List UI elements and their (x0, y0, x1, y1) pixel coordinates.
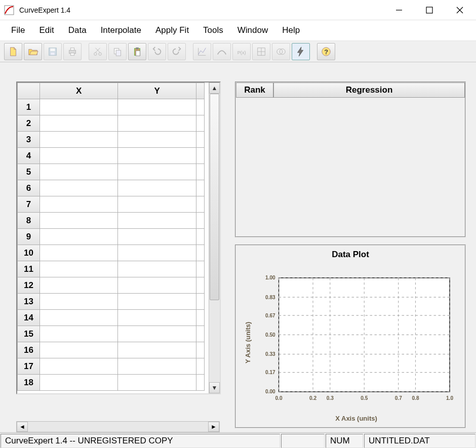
menu-help[interactable]: Help (275, 23, 307, 37)
print-button[interactable] (63, 43, 82, 60)
save-button[interactable] (44, 43, 62, 60)
scroll-right-button[interactable]: ► (208, 422, 219, 432)
scroll-down-button[interactable]: ▼ (209, 382, 220, 393)
row-header[interactable]: 11 (18, 261, 40, 277)
cell[interactable] (118, 164, 196, 180)
cell[interactable] (118, 115, 196, 132)
cell[interactable] (118, 310, 196, 326)
grid-button[interactable] (252, 43, 270, 60)
copy-button[interactable] (108, 43, 127, 60)
horizontal-scrollbar[interactable]: ◄ ► (16, 421, 220, 432)
row-header[interactable]: 3 (18, 132, 40, 148)
cell[interactable] (118, 294, 196, 310)
svg-text:0.5: 0.5 (361, 395, 368, 401)
cell[interactable] (39, 245, 118, 261)
cell[interactable] (39, 115, 118, 132)
cell[interactable] (39, 294, 118, 310)
lightning-button[interactable] (292, 43, 310, 60)
row-header[interactable]: 16 (18, 342, 40, 358)
cell[interactable] (118, 229, 196, 245)
cell[interactable] (118, 375, 196, 391)
cell[interactable] (118, 245, 196, 261)
cell[interactable] (39, 196, 118, 213)
row-header[interactable]: 1 (18, 99, 40, 115)
svg-text:0.3: 0.3 (327, 395, 334, 401)
cell[interactable] (39, 213, 118, 229)
paste-button[interactable] (128, 43, 146, 60)
maximize-button[interactable] (421, 3, 438, 17)
cell[interactable] (39, 132, 118, 148)
new-file-button[interactable] (4, 43, 22, 60)
cell[interactable] (118, 196, 196, 213)
cell[interactable] (39, 229, 118, 245)
row-header[interactable]: 12 (18, 277, 40, 294)
svg-rect-2 (426, 7, 432, 13)
cell[interactable] (39, 326, 118, 342)
cell[interactable] (39, 261, 118, 277)
open-file-button[interactable] (24, 43, 42, 60)
cell[interactable] (118, 277, 196, 294)
menu-interpolate[interactable]: Interpolate (94, 23, 148, 37)
row-header[interactable]: 2 (18, 115, 40, 132)
cell[interactable] (39, 358, 118, 375)
undo-button[interactable] (148, 43, 166, 60)
scroll-left-button[interactable]: ◄ (17, 422, 28, 432)
row-header[interactable]: 13 (18, 294, 40, 310)
cut-button[interactable] (89, 43, 107, 60)
scroll-thumb[interactable] (210, 94, 219, 300)
right-pane: Rank Regression Data Plot Y Axis (units)… (222, 62, 476, 432)
close-button[interactable] (452, 3, 468, 17)
row-header[interactable]: 17 (18, 358, 40, 375)
menu-data[interactable]: Data (61, 23, 94, 37)
help-button[interactable]: ? (317, 43, 335, 60)
menu-tools[interactable]: Tools (196, 23, 230, 37)
row-header[interactable]: 6 (18, 180, 40, 196)
row-header[interactable]: 5 (18, 164, 40, 180)
minimize-button[interactable] (391, 3, 407, 17)
column-header-x[interactable]: X (39, 83, 118, 99)
cell[interactable] (118, 342, 196, 358)
cell[interactable] (118, 326, 196, 342)
scroll-up-button[interactable]: ▲ (209, 83, 220, 94)
cell[interactable] (118, 358, 196, 375)
cell[interactable] (118, 180, 196, 196)
cell[interactable] (39, 375, 118, 391)
cell[interactable] (118, 213, 196, 229)
row-header[interactable]: 10 (18, 245, 40, 261)
svg-text:0.50: 0.50 (265, 332, 275, 338)
curve-button[interactable] (213, 43, 231, 60)
rank-column-header[interactable]: Rank (236, 83, 273, 98)
row-header[interactable]: 18 (18, 375, 40, 391)
regression-column-header[interactable]: Regression (273, 83, 465, 98)
menu-window[interactable]: Window (230, 23, 275, 37)
px-button[interactable]: P(x) (232, 43, 251, 60)
column-header-y[interactable]: Y (118, 83, 196, 99)
cell[interactable] (118, 99, 196, 115)
cell[interactable] (118, 261, 196, 277)
cell[interactable] (39, 148, 118, 164)
title-text: CurveExpert 1.4 (19, 6, 391, 14)
cell[interactable] (39, 180, 118, 196)
redo-button[interactable] (168, 43, 186, 60)
plot-canvas[interactable]: 0.00.20.30.50.70.81.00.000.170.330.500.6… (254, 263, 459, 413)
menu-file[interactable]: File (4, 23, 32, 37)
cell[interactable] (39, 310, 118, 326)
vertical-scrollbar[interactable]: ▲ ▼ (209, 83, 220, 393)
cell[interactable] (39, 277, 118, 294)
row-header[interactable]: 7 (18, 196, 40, 213)
cell[interactable] (118, 148, 196, 164)
cell[interactable] (39, 164, 118, 180)
cell[interactable] (118, 132, 196, 148)
menu-edit[interactable]: Edit (32, 23, 61, 37)
row-header[interactable]: 9 (18, 229, 40, 245)
row-header[interactable]: 14 (18, 310, 40, 326)
row-header[interactable]: 8 (18, 213, 40, 229)
row-header[interactable]: 4 (18, 148, 40, 164)
menu-apply-fit[interactable]: Apply Fit (148, 23, 196, 37)
overlay-button[interactable] (272, 43, 290, 60)
cell[interactable] (39, 99, 118, 115)
plot-button[interactable] (193, 43, 211, 60)
spreadsheet-grid[interactable]: XY123456789101112131415161718 (17, 83, 209, 393)
cell[interactable] (39, 342, 118, 358)
row-header[interactable]: 15 (18, 326, 40, 342)
